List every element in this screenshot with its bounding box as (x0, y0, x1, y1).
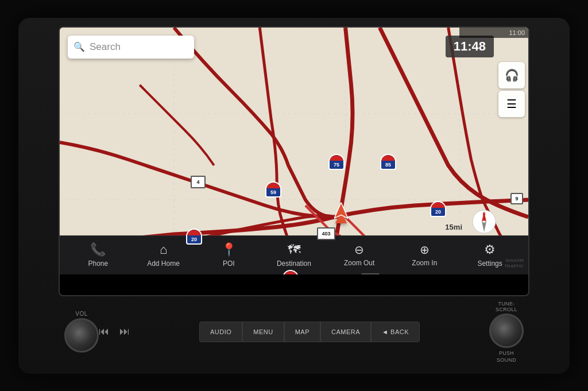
tune-scroll-label: TUNE- (498, 301, 514, 307)
compass[interactable]: N (471, 209, 497, 234)
shield-i20-w: 20 (186, 229, 202, 245)
map-area[interactable]: 11:00 (60, 28, 528, 274)
add-home-icon: ⌂ (160, 242, 167, 257)
map-button[interactable]: MAP (284, 322, 320, 342)
settings-icon: ⚙ (484, 242, 496, 257)
zoom-out-label: Zoom Out (344, 259, 374, 267)
hw-buttons-group: AUDIO MENU MAP CAMERA ◄ BACK (130, 318, 489, 346)
shield-i85-s: 85 (283, 270, 299, 274)
phone-button[interactable]: 📞 Phone (78, 242, 118, 268)
layers-icon: ☰ (506, 97, 517, 111)
settings-label: Settings (477, 260, 502, 268)
phone-icon: 📞 (90, 242, 106, 257)
poi-button[interactable]: 📍 POI (208, 242, 249, 268)
shield-403: 403 (317, 227, 335, 240)
tune-scroll-label2: SCROLL (496, 307, 517, 312)
destination-icon: 🗺 (288, 242, 300, 257)
destination-label: Destination (277, 260, 311, 268)
menu-button[interactable]: MENU (242, 322, 284, 342)
distance-scale-label: 15mi (445, 223, 462, 231)
push-sound-label: PUSH (499, 350, 514, 356)
phone-label: Phone (88, 260, 108, 268)
add-home-button[interactable]: ⌂ Add Home (144, 242, 184, 268)
traffic-label-text: SiriusXM (504, 258, 524, 264)
zoom-out-button[interactable]: ⊖ Zoom Out (339, 243, 380, 267)
camera-label: CAMERA (331, 328, 360, 335)
search-icon: 🔍 (74, 41, 85, 52)
vol-label: VOL (75, 311, 88, 317)
headset-icon: 🎧 (505, 68, 519, 82)
support-button[interactable]: 🎧 (498, 62, 525, 88)
zoom-in-button[interactable]: ⊕ Zoom In (404, 243, 444, 267)
hardware-controls-row: VOL ⏮ ⏭ AUDIO MENU MAP CAMERA (59, 301, 529, 363)
status-bar-time: 11:00 (509, 29, 525, 36)
zoom-in-label: Zoom In (412, 259, 437, 267)
shield-i59: 59 (265, 181, 281, 198)
push-sound-label2: SOUND (497, 357, 516, 363)
clock-display: 11:48 (446, 36, 494, 57)
shield-4: 4 (191, 176, 206, 188)
prev-track-button[interactable]: ⏮ (99, 326, 109, 338)
traffic-label: SiriusXM TRAFFIC (504, 258, 524, 270)
audio-label: AUDIO (210, 328, 231, 335)
menu-label: MENU (253, 328, 273, 335)
shield-i20-e: 20 (430, 201, 446, 217)
car-infotainment-unit: 11:00 (18, 18, 570, 374)
zoom-in-icon: ⊕ (420, 243, 430, 257)
search-placeholder: Search (90, 41, 121, 53)
right-knob-group: TUNE- SCROLL PUSH SOUND (489, 301, 524, 363)
shield-i85-n: 85 (380, 154, 396, 170)
shield-9: 9 (510, 193, 523, 204)
bottom-toolbar: 📞 Phone ⌂ Add Home 📍 POI 🗺 Destination ⊖ (60, 235, 528, 274)
next-track-button[interactable]: ⏭ (119, 326, 130, 338)
zoom-out-icon: ⊖ (354, 243, 364, 257)
search-bar[interactable]: 🔍 Search (68, 36, 194, 59)
shield-i75: 75 (328, 154, 345, 170)
tune-scroll-knob[interactable] (489, 313, 524, 348)
destination-button[interactable]: 🗺 Destination (274, 242, 314, 268)
vol-knob[interactable] (64, 318, 99, 353)
shield-401: 401 (361, 273, 380, 274)
left-knob-group: VOL (64, 311, 99, 353)
media-controls: ⏮ ⏭ (99, 326, 130, 338)
svg-marker-13 (334, 202, 348, 218)
svg-text:N: N (482, 212, 485, 216)
traffic-label-type: TRAFFIC (504, 264, 524, 269)
back-label: ◄ BACK (382, 328, 409, 335)
back-button[interactable]: ◄ BACK (371, 322, 420, 342)
map-controls-right: 🎧 ☰ (498, 62, 525, 117)
poi-icon: 📍 (221, 242, 237, 257)
audio-button[interactable]: AUDIO (199, 322, 242, 342)
infotainment-screen: 11:00 (59, 26, 529, 296)
camera-button[interactable]: CAMERA (320, 322, 371, 342)
add-home-label: Add Home (147, 260, 180, 268)
map-label: MAP (295, 328, 310, 335)
layers-button[interactable]: ☰ (498, 91, 525, 117)
poi-label: POI (223, 260, 235, 268)
status-bar: 11:00 (459, 28, 528, 38)
